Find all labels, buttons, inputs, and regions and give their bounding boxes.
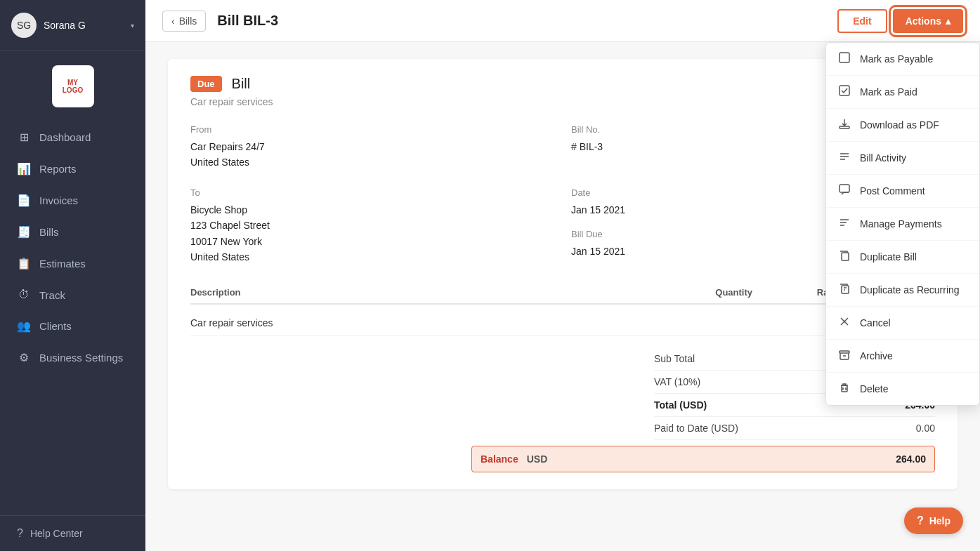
sidebar-item-label: Clients (39, 320, 72, 332)
invoices-icon: 📄 (17, 194, 31, 207)
balance-amount: 264.00 (896, 453, 926, 465)
clients-icon: 👥 (17, 319, 31, 333)
sidebar-item-label: Business Settings (39, 352, 123, 364)
track-icon: ⏱ (17, 288, 31, 301)
page-header: ‹ Bills Bill BIL-3 Edit Actions ▴ Mark a… (145, 0, 980, 42)
sidebar-item-label: Bills (39, 226, 59, 238)
balance-currency: USD (527, 453, 896, 465)
svg-rect-6 (839, 185, 849, 192)
totals-section: Sub Total 240.00 VAT (10%) 24.00 Total (… (190, 347, 935, 472)
svg-rect-1 (839, 86, 849, 95)
sidebar-item-dashboard[interactable]: ⊞ Dashboard (0, 121, 145, 153)
dropdown-item-label: Mark as Payable (860, 53, 933, 65)
sidebar-item-label: Track (39, 289, 65, 301)
back-button-label: Bills (179, 15, 197, 27)
actions-dropdown: Mark as Payable Mark as Paid Download as… (825, 42, 980, 406)
sidebar-nav: ⊞ Dashboard 📊 Reports 📄 Invoices 🧾 Bills… (0, 114, 145, 515)
paid-label: Paid to Date (USD) (654, 423, 738, 434)
sidebar-item-invoices[interactable]: 📄 Invoices (0, 185, 145, 216)
dropdown-item-label: Delete (860, 383, 888, 394)
download-pdf-icon (837, 117, 851, 133)
sidebar-item-label: Reports (39, 163, 77, 175)
dropdown-item-download-pdf[interactable]: Download as PDF (826, 109, 979, 142)
paid-row: Paid to Date (USD) 0.00 (654, 417, 935, 440)
sidebar-item-track[interactable]: ⏱ Track (0, 279, 145, 310)
archive-icon (837, 348, 851, 364)
row-rate (752, 317, 837, 328)
dropdown-item-post-comment[interactable]: Post Comment (826, 175, 979, 208)
bill-info-grid: From Car Repairs 24/7 United States Bill… (190, 124, 935, 265)
bill-type: Bill (232, 76, 251, 92)
dropdown-item-archive[interactable]: Archive (826, 340, 979, 373)
sidebar-item-label: Estimates (39, 258, 86, 270)
dropdown-item-bill-activity[interactable]: Bill Activity (826, 142, 979, 175)
help-center-link[interactable]: ? Help Center (0, 515, 145, 551)
col-quantity: Quantity (668, 287, 752, 298)
sidebar: SG Sorana G ▾ MY LOGO ⊞ Dashboard 📊 Repo… (0, 0, 145, 551)
back-button[interactable]: ‹ Bills (162, 11, 206, 32)
help-center-label: Help Center (30, 528, 83, 539)
from-name: Car Repairs 24/7 United States (190, 139, 554, 171)
dropdown-item-duplicate-recurring[interactable]: Duplicate as Recurring (826, 274, 979, 307)
dropdown-item-cancel[interactable]: Cancel (826, 307, 979, 340)
header-actions: Edit Actions ▴ (837, 9, 963, 33)
duplicate-bill-icon (837, 249, 851, 265)
bill-header-row: Due Bill (190, 76, 935, 92)
dropdown-item-mark-payable[interactable]: Mark as Payable (826, 43, 979, 76)
bill-subtitle: Car repair services (190, 96, 935, 107)
edit-button[interactable]: Edit (837, 9, 887, 33)
back-chevron-icon: ‹ (171, 15, 175, 27)
dropdown-item-mark-paid[interactable]: Mark as Paid (826, 76, 979, 109)
vat-label: VAT (10%) (654, 376, 700, 387)
total-label: Total (USD) (654, 399, 707, 411)
dashboard-icon: ⊞ (17, 131, 31, 144)
delete-icon (837, 381, 851, 397)
bill-from-section: From Car Repairs 24/7 United States (190, 124, 554, 171)
avatar: SG (11, 13, 37, 38)
dropdown-item-label: Duplicate as Recurring (860, 284, 960, 296)
actions-button-label: Actions (906, 15, 941, 27)
user-menu[interactable]: SG Sorana G ▾ (0, 0, 145, 51)
manage-payments-icon (837, 216, 851, 232)
sidebar-item-reports[interactable]: 📊 Reports (0, 153, 145, 185)
estimates-icon: 📋 (17, 257, 31, 270)
dropdown-item-duplicate-bill[interactable]: Duplicate Bill (826, 241, 979, 274)
row-description: Car repair services (190, 317, 668, 328)
from-label: From (190, 124, 554, 135)
help-circle-icon: ? (917, 515, 924, 527)
reports-icon: 📊 (17, 162, 31, 175)
dropdown-item-label: Bill Activity (860, 152, 906, 164)
col-description: Description (190, 287, 668, 298)
to-label: To (190, 187, 554, 198)
bills-icon: 🧾 (17, 225, 31, 239)
svg-rect-16 (842, 385, 847, 392)
mark-paid-icon (837, 84, 851, 100)
actions-button[interactable]: Actions ▴ (893, 9, 963, 33)
sidebar-item-bills[interactable]: 🧾 Bills (0, 216, 145, 248)
user-chevron-icon: ▾ (131, 22, 134, 29)
help-button-label: Help (929, 515, 950, 526)
dropdown-item-manage-payments[interactable]: Manage Payments (826, 208, 979, 241)
dropdown-item-label: Duplicate Bill (860, 251, 917, 263)
help-center-icon: ? (17, 527, 23, 540)
dropdown-item-label: Manage Payments (860, 218, 942, 230)
svg-rect-14 (839, 351, 849, 353)
sidebar-item-business-settings[interactable]: ⚙ Business Settings (0, 342, 145, 373)
cancel-icon (837, 315, 851, 331)
company-logo: MY LOGO (0, 51, 145, 114)
table-header: Description Quantity Rate Amount (190, 287, 935, 305)
sidebar-item-estimates[interactable]: 📋 Estimates (0, 248, 145, 279)
sidebar-item-label: Invoices (39, 194, 78, 206)
main-content: ‹ Bills Bill BIL-3 Edit Actions ▴ Mark a… (145, 0, 980, 551)
svg-rect-10 (842, 253, 849, 260)
bill-activity-icon (837, 150, 851, 166)
duplicate-recurring-icon (837, 282, 851, 298)
logo-box: MY LOGO (52, 65, 94, 107)
help-button[interactable]: ? Help (904, 507, 963, 534)
sidebar-item-clients[interactable]: 👥 Clients (0, 310, 145, 342)
balance-label: Balance (481, 453, 518, 465)
line-items-table: Description Quantity Rate Amount Car rep… (190, 287, 935, 336)
dropdown-item-delete[interactable]: Delete (826, 373, 979, 405)
page-title: Bill BIL-3 (217, 13, 826, 29)
post-comment-icon (837, 183, 851, 199)
